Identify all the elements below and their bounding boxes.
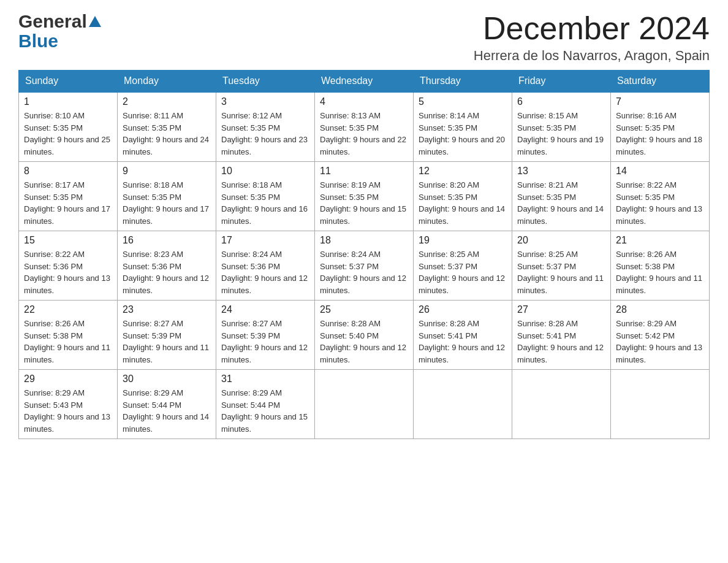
day-info: Sunrise: 8:25 AM Sunset: 5:37 PM Dayligh… — [419, 248, 507, 296]
day-info: Sunrise: 8:14 AM Sunset: 5:35 PM Dayligh… — [419, 110, 507, 158]
title-section: December 2024 Herrera de los Navarros, A… — [474, 12, 710, 64]
day-info: Sunrise: 8:23 AM Sunset: 5:36 PM Dayligh… — [123, 248, 211, 296]
day-info: Sunrise: 8:21 AM Sunset: 5:35 PM Dayligh… — [517, 179, 605, 227]
day-info: Sunrise: 8:18 AM Sunset: 5:35 PM Dayligh… — [123, 179, 211, 227]
day-info: Sunrise: 8:27 AM Sunset: 5:39 PM Dayligh… — [123, 318, 211, 366]
day-info: Sunrise: 8:13 AM Sunset: 5:35 PM Dayligh… — [320, 110, 408, 158]
day-number: 11 — [320, 166, 408, 177]
day-number: 31 — [221, 373, 309, 385]
page-header: General Blue December 2024 Herrera de lo… — [18, 12, 710, 64]
day-cell: 2 Sunrise: 8:11 AM Sunset: 5:35 PM Dayli… — [118, 92, 216, 162]
day-cell: 31 Sunrise: 8:29 AM Sunset: 5:44 PM Dayl… — [216, 370, 315, 439]
day-number: 10 — [221, 166, 309, 177]
week-row-5: 29 Sunrise: 8:29 AM Sunset: 5:43 PM Dayl… — [19, 370, 710, 439]
day-info: Sunrise: 8:28 AM Sunset: 5:41 PM Dayligh… — [517, 318, 605, 366]
day-number: 25 — [320, 304, 408, 315]
calendar-table: SundayMondayTuesdayWednesdayThursdayFrid… — [18, 70, 710, 439]
day-header-wednesday: Wednesday — [315, 71, 414, 93]
calendar-body: 1 Sunrise: 8:10 AM Sunset: 5:35 PM Dayli… — [19, 92, 710, 439]
day-info: Sunrise: 8:22 AM Sunset: 5:35 PM Dayligh… — [616, 179, 704, 227]
day-number: 22 — [24, 304, 112, 315]
logo-general-text: General — [18, 12, 101, 31]
day-cell: 5 Sunrise: 8:14 AM Sunset: 5:35 PM Dayli… — [414, 92, 512, 162]
day-number: 1 — [24, 96, 112, 107]
day-info: Sunrise: 8:11 AM Sunset: 5:35 PM Dayligh… — [123, 110, 211, 158]
day-info: Sunrise: 8:25 AM Sunset: 5:37 PM Dayligh… — [517, 248, 605, 296]
day-cell: 15 Sunrise: 8:22 AM Sunset: 5:36 PM Dayl… — [19, 231, 118, 301]
month-title: December 2024 — [474, 12, 710, 44]
day-cell: 7 Sunrise: 8:16 AM Sunset: 5:35 PM Dayli… — [611, 92, 710, 162]
day-info: Sunrise: 8:15 AM Sunset: 5:35 PM Dayligh… — [517, 110, 605, 158]
day-cell: 21 Sunrise: 8:26 AM Sunset: 5:38 PM Dayl… — [611, 231, 710, 301]
day-header-friday: Friday — [512, 71, 611, 93]
calendar-header: SundayMondayTuesdayWednesdayThursdayFrid… — [19, 71, 710, 93]
day-number: 26 — [419, 304, 507, 315]
day-cell: 30 Sunrise: 8:29 AM Sunset: 5:44 PM Dayl… — [118, 370, 216, 439]
day-info: Sunrise: 8:29 AM Sunset: 5:44 PM Dayligh… — [221, 387, 309, 435]
day-number: 29 — [24, 373, 112, 385]
day-info: Sunrise: 8:24 AM Sunset: 5:36 PM Dayligh… — [221, 248, 309, 296]
day-info: Sunrise: 8:26 AM Sunset: 5:38 PM Dayligh… — [24, 318, 112, 366]
days-of-week-row: SundayMondayTuesdayWednesdayThursdayFrid… — [19, 71, 710, 93]
day-number: 4 — [320, 96, 408, 107]
day-number: 15 — [24, 235, 112, 246]
day-info: Sunrise: 8:29 AM Sunset: 5:43 PM Dayligh… — [24, 387, 112, 435]
day-number: 7 — [616, 96, 704, 107]
day-header-thursday: Thursday — [414, 71, 512, 93]
day-info: Sunrise: 8:29 AM Sunset: 5:42 PM Dayligh… — [616, 318, 704, 366]
day-cell: 11 Sunrise: 8:19 AM Sunset: 5:35 PM Dayl… — [315, 162, 414, 231]
week-row-1: 1 Sunrise: 8:10 AM Sunset: 5:35 PM Dayli… — [19, 92, 710, 162]
day-cell: 13 Sunrise: 8:21 AM Sunset: 5:35 PM Dayl… — [512, 162, 611, 231]
day-number: 14 — [616, 166, 704, 177]
day-cell: 20 Sunrise: 8:25 AM Sunset: 5:37 PM Dayl… — [512, 231, 611, 301]
day-number: 23 — [123, 304, 211, 315]
day-number: 2 — [123, 96, 211, 107]
day-cell — [315, 370, 414, 439]
day-cell: 3 Sunrise: 8:12 AM Sunset: 5:35 PM Dayli… — [216, 92, 315, 162]
day-number: 9 — [123, 166, 211, 177]
day-info: Sunrise: 8:18 AM Sunset: 5:35 PM Dayligh… — [221, 179, 309, 227]
day-number: 5 — [419, 96, 507, 107]
day-info: Sunrise: 8:16 AM Sunset: 5:35 PM Dayligh… — [616, 110, 704, 158]
day-cell: 1 Sunrise: 8:10 AM Sunset: 5:35 PM Dayli… — [19, 92, 118, 162]
day-info: Sunrise: 8:10 AM Sunset: 5:35 PM Dayligh… — [24, 110, 112, 158]
day-number: 19 — [419, 235, 507, 246]
day-cell: 10 Sunrise: 8:18 AM Sunset: 5:35 PM Dayl… — [216, 162, 315, 231]
day-number: 16 — [123, 235, 211, 246]
day-cell: 23 Sunrise: 8:27 AM Sunset: 5:39 PM Dayl… — [118, 301, 216, 370]
week-row-3: 15 Sunrise: 8:22 AM Sunset: 5:36 PM Dayl… — [19, 231, 710, 301]
day-info: Sunrise: 8:19 AM Sunset: 5:35 PM Dayligh… — [320, 179, 408, 227]
logo-triangle-icon — [89, 16, 101, 27]
day-info: Sunrise: 8:27 AM Sunset: 5:39 PM Dayligh… — [221, 318, 309, 366]
day-cell: 24 Sunrise: 8:27 AM Sunset: 5:39 PM Dayl… — [216, 301, 315, 370]
day-cell: 16 Sunrise: 8:23 AM Sunset: 5:36 PM Dayl… — [118, 231, 216, 301]
logo: General Blue — [18, 12, 101, 50]
day-number: 28 — [616, 304, 704, 315]
day-cell: 14 Sunrise: 8:22 AM Sunset: 5:35 PM Dayl… — [611, 162, 710, 231]
day-number: 8 — [24, 166, 112, 177]
day-header-sunday: Sunday — [19, 71, 118, 93]
week-row-2: 8 Sunrise: 8:17 AM Sunset: 5:35 PM Dayli… — [19, 162, 710, 231]
day-header-tuesday: Tuesday — [216, 71, 315, 93]
day-cell: 25 Sunrise: 8:28 AM Sunset: 5:40 PM Dayl… — [315, 301, 414, 370]
day-info: Sunrise: 8:28 AM Sunset: 5:41 PM Dayligh… — [419, 318, 507, 366]
logo-blue-text: Blue — [18, 32, 101, 50]
day-number: 13 — [517, 166, 605, 177]
day-number: 30 — [123, 373, 211, 385]
day-cell — [512, 370, 611, 439]
day-info: Sunrise: 8:12 AM Sunset: 5:35 PM Dayligh… — [221, 110, 309, 158]
day-info: Sunrise: 8:24 AM Sunset: 5:37 PM Dayligh… — [320, 248, 408, 296]
day-info: Sunrise: 8:28 AM Sunset: 5:40 PM Dayligh… — [320, 318, 408, 366]
day-number: 17 — [221, 235, 309, 246]
day-number: 20 — [517, 235, 605, 246]
day-cell — [611, 370, 710, 439]
day-info: Sunrise: 8:20 AM Sunset: 5:35 PM Dayligh… — [419, 179, 507, 227]
day-number: 3 — [221, 96, 309, 107]
day-cell: 4 Sunrise: 8:13 AM Sunset: 5:35 PM Dayli… — [315, 92, 414, 162]
day-number: 21 — [616, 235, 704, 246]
day-cell: 9 Sunrise: 8:18 AM Sunset: 5:35 PM Dayli… — [118, 162, 216, 231]
day-cell: 22 Sunrise: 8:26 AM Sunset: 5:38 PM Dayl… — [19, 301, 118, 370]
day-number: 18 — [320, 235, 408, 246]
day-cell: 18 Sunrise: 8:24 AM Sunset: 5:37 PM Dayl… — [315, 231, 414, 301]
location-title: Herrera de los Navarros, Aragon, Spain — [474, 48, 710, 64]
